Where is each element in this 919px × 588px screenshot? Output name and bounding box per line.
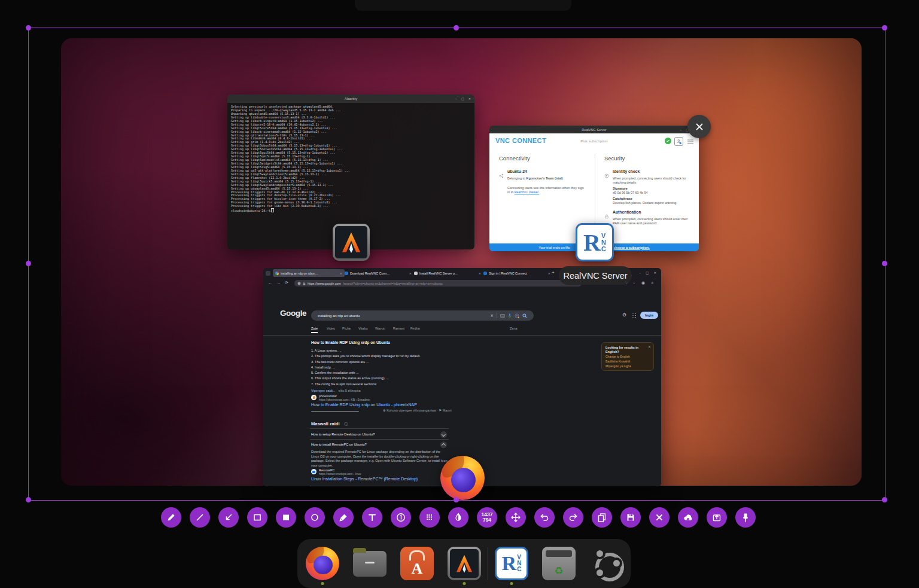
back-icon[interactable]: ←: [268, 281, 272, 285]
downloads-icon[interactable]: ↓: [633, 281, 635, 285]
about-featured-snippets-link[interactable]: Kuhusu vipengee vilivyoangaziwa: [387, 409, 436, 412]
marker-tool-button[interactable]: [333, 507, 354, 528]
tab-google-search[interactable]: installing an rdp on ubun… ✕: [273, 269, 345, 277]
choose-subscription-link[interactable]: choose a subscription.: [613, 246, 650, 249]
feedback-link[interactable]: Maoni: [443, 409, 452, 412]
account-icon[interactable]: ◉: [641, 281, 645, 285]
maximize-icon[interactable]: ▢: [461, 97, 464, 100]
hamburger-menu-icon[interactable]: [687, 137, 694, 148]
nav-images[interactable]: Picha: [342, 327, 351, 330]
google-search-box[interactable]: installing an rdp on ubuntu ✕: [311, 310, 534, 321]
url-bar[interactable]: https://www.google.com/search?client=ubu…: [294, 280, 582, 287]
result-source[interactable]: phoenixNAP: [319, 394, 337, 398]
selection-handle-e[interactable]: [882, 261, 887, 266]
paa-info-icon[interactable]: ⓘ: [344, 422, 348, 427]
search-icon[interactable]: [522, 313, 527, 318]
mic-icon[interactable]: [508, 313, 512, 318]
google-apps-icon[interactable]: [631, 313, 636, 318]
tab-signin-realvnc[interactable]: Sign in | RealVNC Connect ✕: [481, 269, 553, 277]
sign-in-button[interactable]: Ingia: [640, 312, 658, 319]
close-icon[interactable]: ✕: [468, 97, 471, 100]
selection-handle-s[interactable]: [454, 497, 459, 502]
alacritty-app-icon[interactable]: [333, 224, 370, 261]
close-promo-icon[interactable]: ✕: [648, 345, 651, 349]
dock-item-files[interactable]: [353, 547, 387, 580]
realvnc-app-icon[interactable]: R V N C: [576, 223, 614, 261]
result-link[interactable]: How to Enable RDP Using xrdp on Ubuntu -…: [311, 403, 417, 407]
chevron-down-icon[interactable]: [440, 431, 447, 438]
upload-button[interactable]: [678, 507, 698, 528]
result-url[interactable]: https://phoenixnap.com › KB › Sysadmin: [319, 398, 370, 401]
change-to-english-link[interactable]: Change to English: [605, 354, 650, 359]
result-source[interactable]: RemotePC: [319, 468, 334, 472]
nav-finance[interactable]: Fedha: [410, 327, 420, 330]
maximize-icon[interactable]: ▢: [646, 271, 649, 275]
search-query[interactable]: installing an rdp on ubuntu: [318, 314, 487, 318]
nav-tools[interactable]: Zana: [510, 327, 518, 330]
reload-icon[interactable]: ⟳: [285, 281, 288, 285]
dock-item-trash[interactable]: ♻: [542, 547, 576, 580]
minimize-icon[interactable]: –: [455, 97, 457, 100]
dock-item-app-center[interactable]: A: [400, 547, 434, 580]
clear-search-icon[interactable]: ✕: [490, 313, 494, 318]
nav-video[interactable]: Video: [327, 327, 335, 330]
copy-button[interactable]: [592, 507, 612, 528]
alacritty-titlebar[interactable]: Alacritty – ▢ ✕: [227, 95, 474, 103]
dock-item-alacritty[interactable]: [448, 547, 481, 580]
lens-icon[interactable]: [515, 313, 519, 318]
more-items-link[interactable]: Vipengee zaidi...: [311, 389, 336, 392]
selection-handle-sw[interactable]: [26, 497, 31, 502]
tab-download-realvnc[interactable]: Download RealVNC Conn… ✕: [342, 269, 414, 277]
firefox-view-icon[interactable]: [266, 271, 270, 276]
selection-handle-n[interactable]: [454, 25, 459, 31]
gnome-search-pill[interactable]: [355, 0, 571, 11]
nav-web[interactable]: Wavuti: [375, 327, 385, 330]
close-window-button[interactable]: [687, 115, 711, 138]
result-url[interactable]: https://www.remotepc.com › linux: [319, 473, 361, 476]
close-icon[interactable]: ✕: [653, 271, 656, 275]
menu-icon[interactable]: ≡: [651, 281, 653, 285]
padlock-icon[interactable]: [303, 282, 306, 285]
open-in-app-button[interactable]: [707, 507, 727, 528]
nav-all[interactable]: Zote: [311, 327, 318, 333]
pixelate-tool-button[interactable]: [419, 507, 440, 528]
line-tool-button[interactable]: [190, 507, 210, 528]
dock-item-show-apps[interactable]: [589, 547, 623, 580]
arrow-tool-button[interactable]: [218, 507, 239, 528]
selection-handle-se[interactable]: [882, 497, 887, 502]
dock-item-firefox[interactable]: [306, 547, 339, 580]
circle-tool-button[interactable]: [305, 507, 325, 528]
redo-button[interactable]: [563, 507, 583, 528]
minimize-icon[interactable]: –: [680, 128, 681, 132]
pin-button[interactable]: [735, 507, 756, 528]
chevron-up-icon[interactable]: [440, 441, 447, 448]
firefox-app-icon[interactable]: [440, 456, 485, 500]
selection-size-indicator[interactable]: 1437 794: [477, 507, 497, 528]
minimize-icon[interactable]: –: [639, 271, 641, 275]
firefox-window[interactable]: installing an rdp on ubun… ✕ Download Re…: [263, 268, 661, 486]
selection-handle-nw[interactable]: [26, 25, 31, 31]
filled-rectangle-tool-button[interactable]: [276, 507, 296, 528]
language-settings-link[interactable]: Mipangilio ya lugha: [605, 364, 650, 368]
move-tool-button[interactable]: [506, 507, 526, 528]
exit-capture-button[interactable]: [649, 507, 670, 528]
invert-tool-button[interactable]: [448, 507, 468, 528]
settings-gear-icon[interactable]: ⚙: [622, 312, 626, 318]
shield-icon[interactable]: [297, 282, 301, 285]
realvnc-titlebar[interactable]: RealVNC Server – ▢ ✕: [489, 126, 699, 133]
realvnc-viewer-link[interactable]: RealVNC Viewer.: [515, 190, 540, 194]
nav-maps[interactable]: Ramani: [393, 327, 404, 330]
save-button[interactable]: [620, 507, 641, 528]
keyboard-icon[interactable]: [500, 314, 505, 318]
pencil-tool-button[interactable]: [161, 507, 181, 528]
nav-books[interactable]: Vitabu: [358, 327, 368, 330]
new-tab-button[interactable]: +: [552, 270, 555, 275]
counter-tool-button[interactable]: [391, 507, 411, 528]
user-account-icon[interactable]: [674, 137, 683, 146]
google-logo[interactable]: Google: [280, 309, 306, 318]
dock-item-realvnc[interactable]: R VNC: [495, 547, 528, 580]
paa-question-2[interactable]: How to install RemotePC on Ubuntu?: [311, 443, 367, 446]
forward-icon[interactable]: →: [276, 281, 281, 285]
text-tool-button[interactable]: [362, 507, 382, 528]
paa-question-1[interactable]: How to setup Remote Desktop on Ubuntu?: [311, 432, 375, 436]
